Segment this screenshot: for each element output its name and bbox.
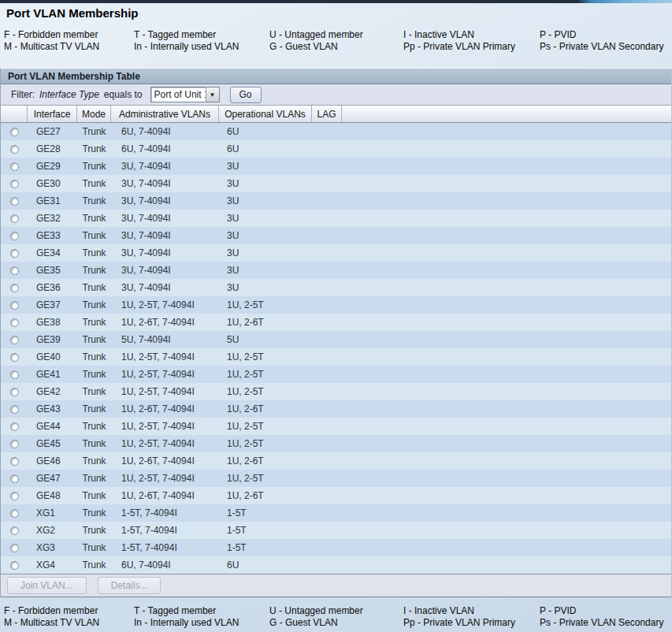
mode-cell: Trunk <box>77 143 111 154</box>
legend-column: I - Inactive VLAN Pp - Private VLAN Prim… <box>403 605 540 629</box>
interface-cell: XG2 <box>28 525 77 536</box>
row-select-cell <box>1 266 28 275</box>
interface-cell: GE28 <box>28 143 77 154</box>
interface-cell: GE44 <box>28 421 77 432</box>
row-radio-button[interactable] <box>10 353 19 362</box>
column-header-operational-vlans: Operational VLANs <box>219 106 312 122</box>
row-radio-button[interactable] <box>10 405 19 414</box>
interface-cell: GE33 <box>28 230 77 241</box>
row-radio-button[interactable] <box>10 180 19 188</box>
administrative-vlans-cell: 6U, 7-4094I <box>111 143 219 154</box>
mode-cell: Trunk <box>77 351 111 362</box>
operational-vlans-cell: 1U, 2-6T <box>219 403 312 415</box>
details-button[interactable]: Details... <box>98 577 162 594</box>
table-row: GE36 Trunk 3U, 7-4094I 3U <box>1 279 671 296</box>
table-row: GE31 Trunk 3U, 7-4094I 3U <box>1 192 671 210</box>
operational-vlans-cell: 3U <box>219 178 312 189</box>
row-radio-button[interactable] <box>10 561 19 570</box>
administrative-vlans-cell: 1U, 2-6T, 7-4094I <box>111 490 219 501</box>
interface-cell: XG1 <box>28 507 77 519</box>
mode-cell: Trunk <box>77 247 111 258</box>
operational-vlans-cell: 1U, 2-5T <box>219 369 312 380</box>
row-select-cell <box>1 318 28 327</box>
chevron-down-icon[interactable]: ▼ <box>206 87 219 102</box>
operational-vlans-cell: 1-5T <box>219 507 312 519</box>
row-select-cell <box>1 128 28 136</box>
row-select-cell <box>1 197 28 206</box>
table-row: GE46 Trunk 1U, 2-6T, 7-4094I 1U, 2-6T <box>1 452 671 470</box>
row-radio-button[interactable] <box>10 249 19 258</box>
legend-item: P - PVID <box>540 605 670 617</box>
row-radio-button[interactable] <box>10 214 19 223</box>
mode-cell: Trunk <box>77 490 111 501</box>
operational-vlans-cell: 3U <box>219 282 312 293</box>
row-radio-button[interactable] <box>10 128 19 136</box>
filter-label: Filter: <box>11 89 35 100</box>
row-select-cell <box>1 353 28 362</box>
table-row: GE45 Trunk 1U, 2-5T, 7-4094I 1U, 2-5T <box>1 435 671 452</box>
row-radio-button[interactable] <box>10 145 19 154</box>
legend-column: I - Inactive VLAN Pp - Private VLAN Prim… <box>403 29 540 53</box>
row-radio-button[interactable] <box>10 492 19 500</box>
row-radio-button[interactable] <box>10 284 19 292</box>
row-radio-button[interactable] <box>10 544 19 552</box>
row-radio-button[interactable] <box>10 526 19 535</box>
row-radio-button[interactable] <box>10 457 19 466</box>
legend-column: U - Untagged member G - Guest VLAN <box>269 29 403 53</box>
legend-item: T - Tagged member <box>134 29 269 41</box>
table-row: GE28 Trunk 6U, 7-4094I 6U <box>1 140 671 158</box>
operational-vlans-cell: 1U, 2-5T <box>219 386 312 397</box>
interface-cell: GE35 <box>28 265 77 276</box>
row-select-cell <box>1 214 28 223</box>
interface-cell: GE46 <box>28 455 77 467</box>
go-button[interactable]: Go <box>230 87 262 103</box>
row-radio-button[interactable] <box>10 162 19 171</box>
operational-vlans-cell: 1U, 2-5T <box>219 473 312 484</box>
table-row: XG2 Trunk 1-5T, 7-4094I 1-5T <box>1 522 671 539</box>
interface-cell: GE39 <box>28 334 77 345</box>
row-radio-button[interactable] <box>10 266 19 275</box>
interface-cell: GE29 <box>28 161 77 172</box>
row-radio-button[interactable] <box>10 197 19 206</box>
table-row: GE33 Trunk 3U, 7-4094I 3U <box>1 227 671 244</box>
table-row: GE27 Trunk 6U, 7-4094I 6U <box>1 123 671 140</box>
row-radio-button[interactable] <box>10 318 19 327</box>
legend-item: F - Forbidden member <box>4 605 134 617</box>
interface-type-select[interactable]: Port of Unit 1 ▼ <box>150 87 220 102</box>
table-row: GE41 Trunk 1U, 2-5T, 7-4094I 1U, 2-5T <box>1 366 671 383</box>
row-radio-button[interactable] <box>10 440 19 448</box>
row-select-cell <box>1 492 28 500</box>
operational-vlans-cell: 3U <box>219 265 312 276</box>
row-radio-button[interactable] <box>10 301 19 310</box>
interface-cell: GE48 <box>28 490 77 501</box>
row-radio-button[interactable] <box>10 474 19 483</box>
row-radio-button[interactable] <box>10 232 19 240</box>
table-title: Port VLAN Membership Table <box>1 69 671 84</box>
legend-item: Ps - Private VLAN Secondary <box>540 617 670 629</box>
mode-cell: Trunk <box>77 542 111 553</box>
row-radio-button[interactable] <box>10 422 19 431</box>
row-radio-button[interactable] <box>10 370 19 379</box>
row-radio-button[interactable] <box>10 388 19 396</box>
column-header-filler <box>342 106 671 122</box>
table-row: GE30 Trunk 3U, 7-4094I 3U <box>1 175 671 192</box>
administrative-vlans-cell: 3U, 7-4094I <box>111 265 219 276</box>
table-row: GE44 Trunk 1U, 2-5T, 7-4094I 1U, 2-5T <box>1 418 671 435</box>
legend-bottom: F - Forbidden member M - Multicast TV VL… <box>4 605 670 629</box>
legend-item: P - PVID <box>540 29 670 41</box>
interface-cell: GE42 <box>28 386 77 397</box>
column-header-mode: Mode <box>77 106 111 122</box>
administrative-vlans-cell: 1U, 2-6T, 7-4094I <box>111 403 219 415</box>
administrative-vlans-cell: 6U, 7-4094I <box>111 126 219 137</box>
legend-item: Pp - Private VLAN Primary <box>403 617 540 629</box>
table-row: GE38 Trunk 1U, 2-6T, 7-4094I 1U, 2-6T <box>1 314 671 331</box>
interface-cell: GE40 <box>28 351 77 362</box>
join-vlan-button[interactable]: Join VLAN... <box>7 577 87 594</box>
legend-item: M - Multicast TV VLAN <box>4 41 134 53</box>
row-radio-button[interactable] <box>10 509 19 518</box>
filter-bar: Filter: Interface Type equals to Port of… <box>1 84 671 106</box>
row-select-cell <box>1 180 28 188</box>
administrative-vlans-cell: 3U, 7-4094I <box>111 213 219 224</box>
row-radio-button[interactable] <box>10 336 19 344</box>
mode-cell: Trunk <box>77 230 111 241</box>
